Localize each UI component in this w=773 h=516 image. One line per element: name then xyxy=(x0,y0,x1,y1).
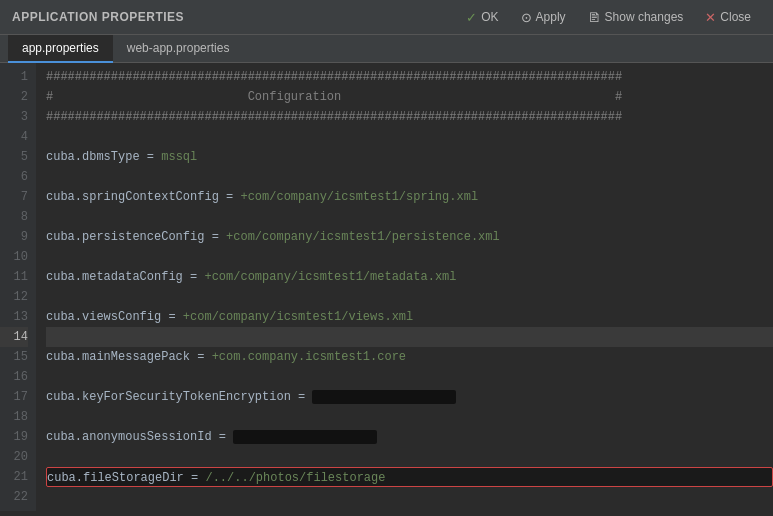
code-line-12 xyxy=(46,287,773,307)
show-changes-icon: 🖹 xyxy=(588,10,601,25)
code-line-1: ########################################… xyxy=(46,67,773,87)
line-number-16: 16 xyxy=(0,367,28,387)
code-content[interactable]: ########################################… xyxy=(36,63,773,511)
redacted-value xyxy=(312,390,456,404)
line-number-5: 5 xyxy=(0,147,28,167)
code-line-5: cuba.dbmsType = mssql xyxy=(46,147,773,167)
line-number-13: 13 xyxy=(0,307,28,327)
line-number-20: 20 xyxy=(0,447,28,467)
apply-icon: ⊙ xyxy=(521,10,532,25)
app-header: APPLICATION PROPERTIES ✓ OK ⊙ Apply 🖹 Sh… xyxy=(0,0,773,35)
header-actions: ✓ OK ⊙ Apply 🖹 Show changes ✕ Close xyxy=(456,3,761,31)
code-line-10 xyxy=(46,247,773,267)
line-number-7: 7 xyxy=(0,187,28,207)
line-number-2: 2 xyxy=(0,87,28,107)
code-line-16 xyxy=(46,367,773,387)
line-number-12: 12 xyxy=(0,287,28,307)
line-number-18: 18 xyxy=(0,407,28,427)
code-line-17: cuba.keyForSecurityTokenEncryption = xyxy=(46,387,773,407)
ok-button[interactable]: ✓ OK xyxy=(456,3,508,31)
ok-icon: ✓ xyxy=(466,10,477,25)
header-title: APPLICATION PROPERTIES xyxy=(12,10,456,24)
apply-button[interactable]: ⊙ Apply xyxy=(511,3,576,31)
line-number-19: 19 xyxy=(0,427,28,447)
code-line-23 xyxy=(46,507,773,511)
code-line-21: cuba.fileStorageDir = /../../photos/file… xyxy=(46,467,773,487)
tab-web-app-properties[interactable]: web-app.properties xyxy=(113,35,244,63)
tab-bar: app.properties web-app.properties xyxy=(0,35,773,63)
code-line-19: cuba.anonymousSessionId = xyxy=(46,427,773,447)
close-label: Close xyxy=(720,10,751,24)
apply-label: Apply xyxy=(536,10,566,24)
show-changes-button[interactable]: 🖹 Show changes xyxy=(578,3,694,31)
line-number-17: 17 xyxy=(0,387,28,407)
code-line-9: cuba.persistenceConfig = +com/company/ic… xyxy=(46,227,773,247)
line-number-22: 22 xyxy=(0,487,28,507)
close-icon: ✕ xyxy=(705,10,716,25)
show-changes-label: Show changes xyxy=(605,10,684,24)
code-line-20 xyxy=(46,447,773,467)
line-number-9: 9 xyxy=(0,227,28,247)
code-line-6 xyxy=(46,167,773,187)
tab-app-properties[interactable]: app.properties xyxy=(8,35,113,63)
code-line-2: # Configuration # xyxy=(46,87,773,107)
code-line-13: cuba.viewsConfig = +com/company/icsmtest… xyxy=(46,307,773,327)
line-number-3: 3 xyxy=(0,107,28,127)
code-line-15: cuba.mainMessagePack = +com.company.icsm… xyxy=(46,347,773,367)
line-number-1: 1 xyxy=(0,67,28,87)
code-line-4 xyxy=(46,127,773,147)
code-line-14 xyxy=(46,327,773,347)
line-numbers: 1234567891011121314151617181920212223242… xyxy=(0,63,36,511)
redacted-value xyxy=(233,430,377,444)
code-line-8 xyxy=(46,207,773,227)
line-number-6: 6 xyxy=(0,167,28,187)
line-number-15: 15 xyxy=(0,347,28,367)
code-line-11: cuba.metadataConfig = +com/company/icsmt… xyxy=(46,267,773,287)
line-number-8: 8 xyxy=(0,207,28,227)
code-line-18 xyxy=(46,407,773,427)
editor-area: 1234567891011121314151617181920212223242… xyxy=(0,63,773,511)
line-number-4: 4 xyxy=(0,127,28,147)
line-number-11: 11 xyxy=(0,267,28,287)
code-line-3: ########################################… xyxy=(46,107,773,127)
line-number-21: 21 xyxy=(0,467,28,487)
close-button[interactable]: ✕ Close xyxy=(695,3,761,31)
line-number-14: 14 xyxy=(0,327,28,347)
ok-label: OK xyxy=(481,10,498,24)
code-line-22 xyxy=(46,487,773,507)
code-line-7: cuba.springContextConfig = +com/company/… xyxy=(46,187,773,207)
line-number-10: 10 xyxy=(0,247,28,267)
line-number-23: 23 xyxy=(0,507,28,511)
